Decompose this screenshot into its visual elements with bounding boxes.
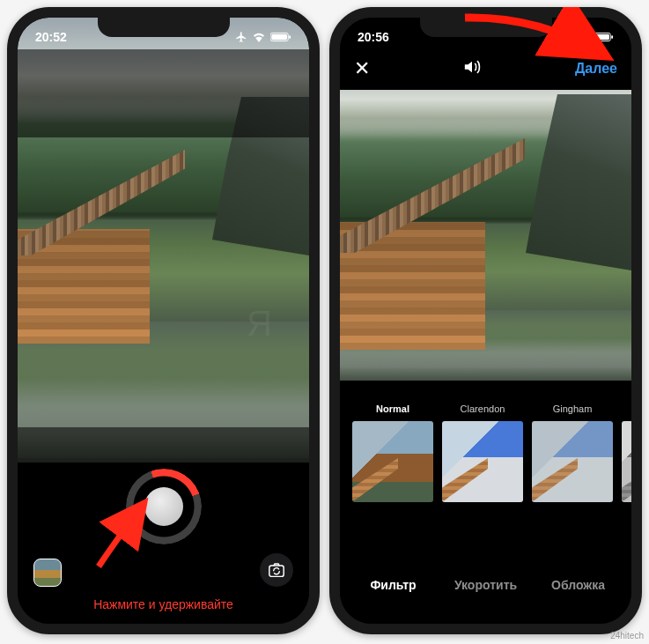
record-hint-text: Нажмите и удерживайте xyxy=(18,597,309,611)
tab-trim[interactable]: Укоротить xyxy=(439,578,532,592)
filter-item-gingham[interactable]: Gingham xyxy=(532,403,613,513)
notch xyxy=(420,16,552,37)
speaker-icon xyxy=(462,58,482,76)
gallery-thumbnail-button[interactable] xyxy=(33,559,62,587)
next-button[interactable]: Далее xyxy=(575,61,617,77)
flip-camera-button[interactable] xyxy=(260,553,293,587)
phone-mockup-right: 20:56 ✕ Далее xyxy=(329,7,642,634)
status-time: 20:52 xyxy=(35,30,67,44)
svg-rect-2 xyxy=(289,35,291,39)
airplane-icon xyxy=(235,31,247,43)
filter-label: Normal xyxy=(352,403,433,416)
filter-thumb xyxy=(442,421,523,502)
filter-item-clarendon[interactable]: Clarendon xyxy=(442,403,523,513)
filter-thumb xyxy=(622,421,631,502)
notch xyxy=(98,16,230,37)
status-icons xyxy=(557,31,614,43)
phone-mockup-left: 20:52 xyxy=(7,7,320,634)
filter-item-normal[interactable]: Normal xyxy=(352,403,433,513)
svg-rect-1 xyxy=(271,34,287,40)
editor-bottom-tabs: Фильтр Укоротить Обложка xyxy=(340,562,631,624)
filter-strip[interactable]: Normal Clarendon Gingham xyxy=(340,403,631,513)
filter-label: Gingham xyxy=(532,403,613,416)
flip-camera-icon xyxy=(268,562,285,578)
filter-thumb xyxy=(352,421,433,502)
close-button[interactable]: ✕ xyxy=(354,57,370,80)
wifi-icon xyxy=(574,32,588,42)
video-preview[interactable] xyxy=(340,90,631,381)
tab-cover[interactable]: Обложка xyxy=(532,578,624,592)
screen-right: 20:56 ✕ Далее xyxy=(340,18,631,624)
attribution-text: 24hitech xyxy=(610,631,644,640)
status-icons xyxy=(235,31,291,43)
screen-left: 20:52 xyxy=(18,18,309,624)
sound-toggle-button[interactable] xyxy=(462,58,482,79)
status-time: 20:56 xyxy=(358,30,389,44)
battery-icon xyxy=(270,32,291,42)
record-button-inner xyxy=(144,487,183,526)
record-button[interactable] xyxy=(126,469,202,544)
battery-icon xyxy=(593,32,614,42)
svg-rect-6 xyxy=(611,35,613,39)
svg-rect-5 xyxy=(594,34,609,40)
wifi-icon xyxy=(252,32,266,42)
filter-thumb xyxy=(532,421,613,502)
editor-top-bar: ✕ Далее xyxy=(340,49,631,88)
airplane-icon xyxy=(557,31,570,43)
crop-dim-top xyxy=(18,49,309,137)
tab-filter[interactable]: Фильтр xyxy=(347,578,439,592)
filter-label xyxy=(622,403,631,416)
filter-item-next[interactable] xyxy=(622,403,631,513)
filter-label: Clarendon xyxy=(442,403,523,416)
